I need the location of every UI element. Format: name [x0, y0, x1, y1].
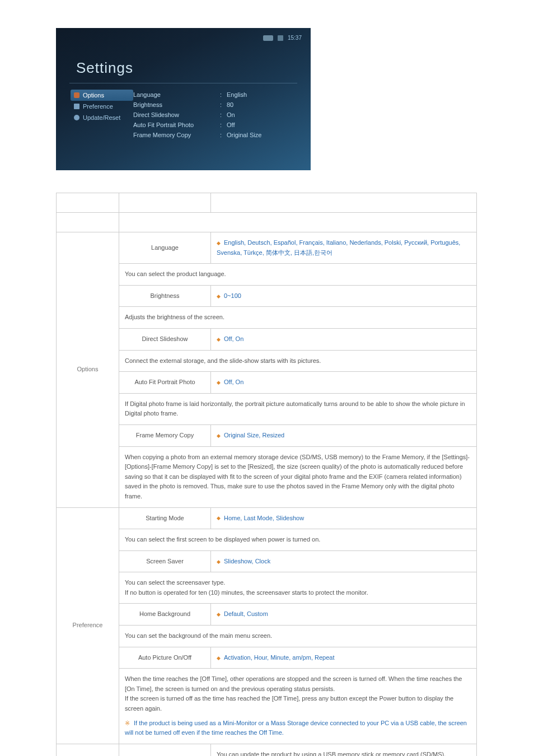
device-option-row: Frame Memory Copy : Original Size	[133, 130, 296, 140]
section-preference: Preference	[57, 507, 119, 744]
divider	[69, 83, 297, 83]
value-auto-fit: ◆Off, On	[211, 372, 477, 394]
sidebar-item-label: Update/Reset	[83, 114, 120, 121]
diamond-icon: ◆	[217, 514, 221, 522]
text: 0~100	[224, 292, 241, 299]
usb-icon	[263, 35, 273, 41]
diamond-icon: ◆	[217, 558, 221, 566]
device-option-row: Language : English	[133, 90, 296, 100]
value-direct-slideshow: ◆Off, On	[211, 328, 477, 350]
desc-language: You can select the product language.	[119, 264, 477, 286]
diamond-icon: ◆	[217, 239, 221, 247]
desc-auto-fit: If Digital photo frame is laid horizonta…	[119, 393, 477, 424]
option-value: English	[227, 91, 296, 98]
diamond-icon: ◆	[217, 335, 221, 343]
settings-device-screenshot: 15:37 Settings Options Preference Update…	[56, 28, 311, 170]
device-option-row: Auto Fit Portrait Photo : Off	[133, 120, 296, 130]
value-starting-mode: ◆Home, Last Mode, Slideshow	[211, 507, 477, 529]
param-auto-picture: Auto Picture On/Off	[119, 647, 211, 669]
text: If no button is operated for ten (10) mi…	[125, 589, 368, 596]
param-firmware: Firmware Update	[119, 744, 211, 756]
text: Off, On	[224, 335, 243, 342]
section-options: Options	[57, 232, 119, 508]
value-home-bg: ◆Default, Custom	[211, 604, 477, 626]
section-update-reset: Update/Reset	[57, 744, 119, 756]
refresh-icon	[74, 115, 79, 120]
text: English, Deutsch, Español, Français, Ita…	[217, 239, 460, 256]
param-direct-slideshow: Direct Slideshow	[119, 328, 211, 350]
gear-icon	[74, 92, 79, 98]
text: Home, Last Mode, Slideshow	[224, 515, 304, 521]
desc-home-bg: You can set the background of the main m…	[119, 626, 477, 647]
diamond-icon: ◆	[217, 379, 221, 386]
diamond-icon: ◆	[217, 292, 221, 300]
desc-screen-saver: You can select the screensaver type. If …	[119, 572, 477, 604]
device-option-row: Brightness : 80	[133, 100, 296, 110]
value-brightness: ◆0~100	[211, 285, 477, 307]
text: Off, On	[224, 379, 243, 385]
calendar-icon	[74, 104, 79, 109]
note-mark-icon: ※	[125, 720, 130, 726]
option-value: 80	[227, 101, 296, 108]
device-option-row: Direct Slideshow : On	[133, 110, 296, 120]
diamond-icon: ◆	[217, 432, 221, 440]
status-icon	[278, 35, 283, 41]
diamond-icon: ◆	[217, 610, 221, 618]
text: When the time reaches the [Off Time], ot…	[125, 675, 462, 692]
device-topbar: 15:37	[263, 35, 302, 41]
device-title: Settings	[76, 59, 133, 77]
device-clock: 15:37	[288, 35, 302, 41]
param-starting-mode: Starting Mode	[119, 507, 211, 529]
desc-brightness: Adjusts the brightness of the screen.	[119, 307, 477, 329]
desc-frame-memory: When copying a photo from an external me…	[119, 446, 477, 507]
text: Activation, Hour, Minute, am/pm, Repeat	[224, 654, 334, 661]
option-value: On	[227, 111, 296, 118]
sidebar-item-label: Preference	[83, 103, 113, 110]
text: Slideshow, Clock	[224, 558, 270, 564]
text: Original Size, Resized	[224, 432, 284, 438]
value-auto-picture: ◆Activation, Hour, Minute, am/pm, Repeat	[211, 647, 477, 669]
device-sidebar: Options Preference Update/Reset	[71, 90, 133, 140]
value-frame-memory: ◆Original Size, Resized	[211, 424, 477, 446]
option-value: Off	[227, 122, 296, 128]
param-brightness: Brightness	[119, 285, 211, 307]
option-value: Original Size	[227, 132, 296, 138]
value-language: ◆English, Deutsch, Español, Français, It…	[211, 232, 477, 264]
sidebar-item-options[interactable]: Options	[71, 90, 133, 101]
desc-direct-slideshow: Connect the external storage, and the sl…	[119, 350, 477, 372]
option-label: Auto Fit Portrait Photo	[133, 122, 220, 128]
value-screen-saver: ◆Slideshow, Clock	[211, 550, 477, 572]
text: If the screen is turned off as the time …	[125, 695, 453, 712]
option-label: Direct Slideshow	[133, 111, 220, 118]
desc-auto-picture: When the time reaches the [Off Time], ot…	[119, 669, 477, 744]
param-screen-saver: Screen Saver	[119, 550, 211, 572]
sidebar-item-label: Options	[83, 92, 104, 99]
option-label: Brightness	[133, 101, 220, 108]
sidebar-item-update-reset[interactable]: Update/Reset	[71, 112, 133, 123]
param-home-bg: Home Background	[119, 604, 211, 626]
param-language: Language	[119, 232, 211, 264]
settings-spec-table: Options Language ◆English, Deutsch, Espa…	[56, 193, 477, 756]
text: You can select the screensaver type.	[125, 579, 225, 586]
param-auto-fit: Auto Fit Portrait Photo	[119, 372, 211, 394]
device-options-panel: Language : English Brightness : 80 Direc…	[133, 90, 296, 140]
desc-firmware: You can update the product by using a US…	[211, 744, 477, 756]
diamond-icon: ◆	[217, 654, 221, 662]
param-frame-memory: Frame Memory Copy	[119, 424, 211, 446]
option-label: Language	[133, 91, 220, 98]
sidebar-item-preference[interactable]: Preference	[71, 101, 133, 112]
option-label: Frame Memory Copy	[133, 132, 220, 138]
note-text: If the product is being used as a Mini-M…	[125, 720, 467, 736]
desc-starting-mode: You can select the first screen to be di…	[119, 529, 477, 551]
text: You can update the product by using a US…	[217, 751, 446, 756]
text: Default, Custom	[224, 610, 268, 617]
